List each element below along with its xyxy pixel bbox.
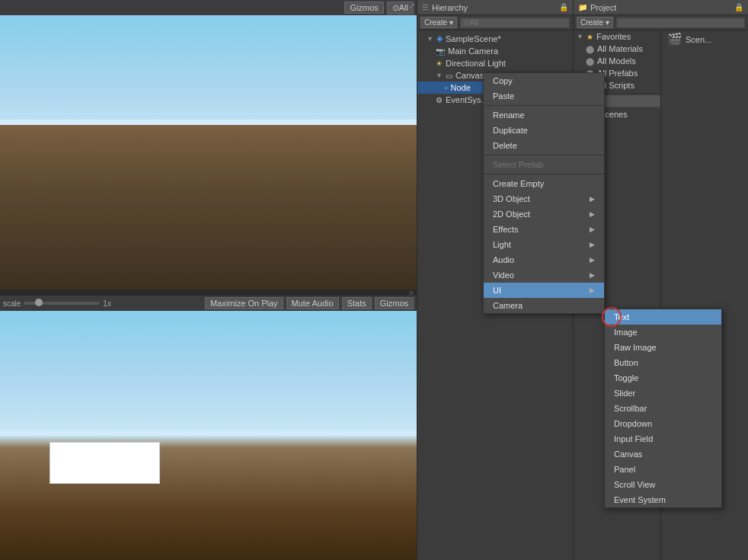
panel-divider[interactable]: ≡ [0,290,417,296]
event-icon: ⚙ [436,96,443,104]
light-icon: ☀ [436,59,443,68]
hierarchy-icon: ☰ [422,3,429,11]
hierarchy-search-input[interactable] [460,18,570,28]
gizmos-button[interactable]: Gizmos [344,2,383,14]
favorites-header: ▼ ★ Favorites [574,30,660,43]
ctx-3d-arrow: ▶ [590,195,595,203]
ctx-ui[interactable]: UI▶ [484,283,604,298]
ctx-sep3 [484,174,604,174]
project-create-button[interactable]: Create ▾ [577,17,613,28]
ctx-duplicate[interactable]: Duplicate [484,123,604,138]
ctx-video-arrow: ▶ [590,271,595,279]
ctx-effects[interactable]: Effects▶ [484,222,604,237]
favorites-star: ★ [587,33,593,41]
all-models-label: All Models [597,56,636,66]
context-menu: Copy Paste Rename Duplicate Delete Selec… [483,72,605,314]
text-label: Text [614,312,629,322]
ui-canvas-box [50,442,160,484]
ctx-ui-arrow: ▶ [590,286,595,294]
ctx-sep2 [484,155,604,155]
ctx-audio-arrow: ▶ [590,256,595,264]
main-camera-item[interactable]: 📷 Main Camera [417,45,573,57]
submenu-raw-image[interactable]: Raw Image [605,340,721,355]
ctx-rename[interactable]: Rename [484,107,604,123]
directional-light-label: Directional Light [446,59,506,68]
ctx-select-prefab: Select Prefab [484,157,604,172]
hierarchy-create-button[interactable]: Create ▾ [420,17,457,28]
scenes-content-icon: 🎬 [667,32,682,46]
project-search-input[interactable] [616,18,745,28]
project-icon: 📁 [578,3,587,11]
submenu-text[interactable]: Text [605,309,721,325]
ctx-copy[interactable]: Copy [484,73,604,88]
mute-audio-button[interactable]: Mute Audio [286,297,339,309]
ctx-video[interactable]: Video▶ [484,267,604,283]
ctx-light-arrow: ▶ [590,241,595,248]
submenu-toggle[interactable]: Toggle [605,370,721,386]
gizmos2-button[interactable]: Gizmos [375,297,414,309]
ctx-2d-object[interactable]: 2D Object▶ [484,206,604,222]
scale-slider[interactable] [24,302,100,305]
submenu-image[interactable]: Image [605,325,721,340]
bottom-horizon [0,430,417,435]
ctx-sep1 [484,105,604,106]
scene-sky-bg [0,15,417,290]
ctx-3d-object[interactable]: 3D Object▶ [484,191,604,206]
submenu-scroll-view[interactable]: Scroll View [605,477,721,492]
ctx-paste[interactable]: Paste [484,88,604,104]
scene-view-bottom [0,311,417,560]
canvas-icon: ▭ [446,72,452,80]
directional-light-item[interactable]: ☀ Directional Light [417,57,573,69]
submenu-button[interactable]: Button [605,355,721,370]
lock-icon: 🔒 [559,3,568,11]
ctx-audio[interactable]: Audio▶ [484,252,604,267]
stats-button[interactable]: Stats [342,297,372,309]
hierarchy-titlebar: ☰ Hierarchy 🔒 [417,0,573,15]
submenu-dropdown[interactable]: Dropdown [605,416,721,431]
submenu-event-system[interactable]: Event System [605,492,721,507]
viewport-toolbar: Gizmos ⊙All ⤢ [0,0,417,15]
ctx-delete[interactable]: Delete [484,138,604,153]
ctx-light[interactable]: Light▶ [484,237,604,252]
models-icon: ⬤ [586,57,594,66]
hierarchy-title: Hierarchy [432,3,556,12]
submenu-input-field[interactable]: Input Field [605,431,721,446]
submenu-slider[interactable]: Slider [605,386,721,401]
maximize-on-play-button[interactable]: Maximize On Play [205,297,283,309]
fav-all-models[interactable]: ⬤ All Models [574,55,660,67]
node-label: Node [451,83,471,92]
viewport-area: Gizmos ⊙All ⤢ ≡ scale 1x Maximize On Pla… [0,0,417,560]
project-titlebar: 📁 Project 🔒 [574,0,748,15]
scale-value: 1x [103,299,111,308]
all-materials-label: All Materials [597,44,643,53]
ctx-camera[interactable]: Camera [484,298,604,313]
scene-root-item[interactable]: ▼ ◈ SampleScene* [417,32,573,45]
camera-icon: 📷 [436,47,445,56]
scale-thumb [35,299,43,306]
eventsystem-label: EventSys... [446,95,488,104]
submenu-scrollbar[interactable]: Scrollbar [605,401,721,416]
hierarchy-toolbar: Create ▾ [417,15,573,30]
ctx-create-empty[interactable]: Create Empty [484,176,604,191]
main-camera-label: Main Camera [448,46,498,56]
project-lock-icon: 🔒 [734,3,743,11]
maximize-icon: ⤢ [409,2,415,10]
expand-arrow: ▼ [427,35,433,43]
scenes-content-label: Scen... [686,35,711,44]
submenu-canvas[interactable]: Canvas [605,446,721,462]
ctx-2d-arrow: ▶ [590,210,595,218]
materials-icon: ⬤ [586,45,594,53]
canvas-label: Canvas [456,71,484,80]
node-icon: ▫ [445,84,448,92]
scene-name-label: SampleScene* [446,34,501,43]
submenu-panel[interactable]: Panel [605,462,721,477]
favorites-expand: ▼ [577,33,583,40]
bottom-sky-bg [0,311,417,560]
scenes-content-item[interactable]: 🎬 Scen... [661,30,748,48]
project-toolbar: Create ▾ [574,15,748,30]
scene-ground [0,125,417,290]
fav-all-materials[interactable]: ⬤ All Materials [574,43,660,55]
project-title: Project [590,3,731,12]
scene-bottom-toolbar: scale 1x Maximize On Play Mute Audio Sta… [0,296,417,311]
ui-submenu: Text Image Raw Image Button Toggle Slide… [604,309,722,508]
